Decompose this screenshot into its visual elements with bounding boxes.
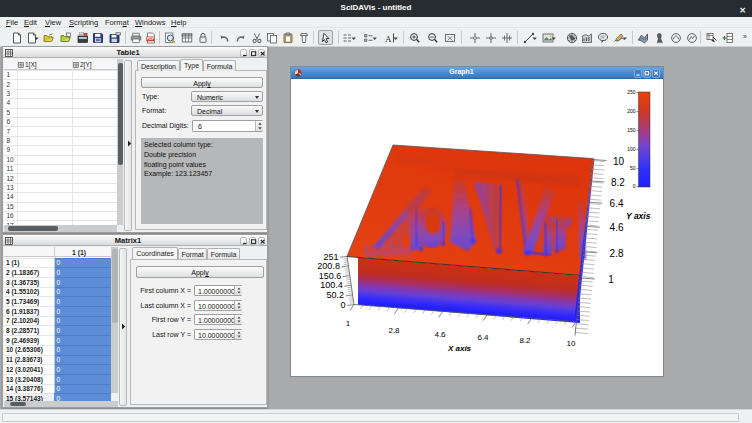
svg-text:1: 1 bbox=[346, 319, 351, 328]
svg-text:150.6: 150.6 bbox=[319, 271, 342, 281]
svg-text:6.4: 6.4 bbox=[610, 198, 624, 209]
svg-text:PDF: PDF bbox=[147, 37, 155, 41]
svg-text:A: A bbox=[385, 34, 392, 44]
svg-text:100.4: 100.4 bbox=[320, 280, 343, 290]
svg-text:4.6: 4.6 bbox=[434, 330, 446, 339]
svg-text:2.8: 2.8 bbox=[610, 248, 624, 259]
svg-text:200: 200 bbox=[627, 108, 636, 114]
svg-text:8.2: 8.2 bbox=[519, 336, 531, 345]
svg-text:251: 251 bbox=[323, 252, 338, 262]
svg-text:150: 150 bbox=[627, 127, 636, 133]
svg-text:10: 10 bbox=[567, 339, 576, 348]
svg-text:50: 50 bbox=[630, 165, 636, 171]
svg-text:100: 100 bbox=[627, 146, 636, 152]
svg-text:50.2: 50.2 bbox=[327, 290, 345, 300]
svg-text:Y axis: Y axis bbox=[626, 211, 651, 221]
svg-text:8.2: 8.2 bbox=[611, 177, 625, 188]
svg-text:200.8: 200.8 bbox=[317, 261, 340, 271]
svg-text:123: 123 bbox=[79, 32, 85, 36]
svg-text:10: 10 bbox=[613, 156, 625, 167]
svg-text:2.8: 2.8 bbox=[388, 326, 400, 335]
svg-text:1: 1 bbox=[608, 274, 614, 285]
svg-text:4.6: 4.6 bbox=[610, 222, 624, 233]
svg-text:0: 0 bbox=[340, 300, 345, 310]
svg-text:0: 0 bbox=[633, 183, 636, 189]
svg-text:250: 250 bbox=[627, 89, 636, 95]
svg-text:6.4: 6.4 bbox=[477, 333, 489, 342]
svg-text:X axis: X axis bbox=[447, 344, 472, 353]
